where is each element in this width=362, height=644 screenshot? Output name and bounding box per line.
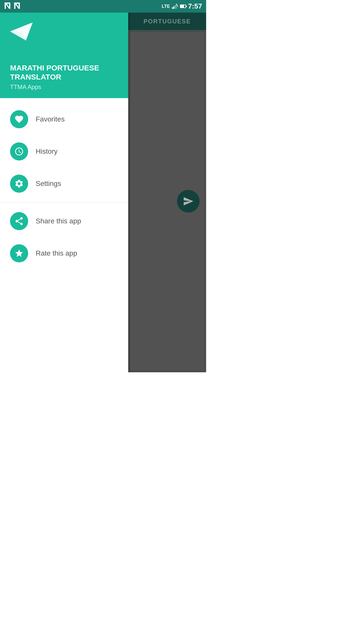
menu-divider [0, 202, 128, 203]
clock-icon [14, 147, 24, 156]
menu-item-rate[interactable]: Rate this app [0, 237, 128, 269]
status-bar-left [4, 3, 21, 10]
history-label: History [36, 147, 58, 155]
status-bar: LTE 7:57 [0, 0, 206, 13]
lte-indicator: LTE [162, 4, 170, 9]
svg-rect-10 [174, 5, 175, 9]
status-bar-right: LTE 7:57 [162, 2, 202, 10]
menu-item-favorites[interactable]: Favorites [0, 103, 128, 135]
notification-icon-1 [4, 3, 12, 10]
favorites-icon-circle [10, 110, 28, 128]
settings-label: Settings [36, 180, 61, 188]
menu-item-share[interactable]: Share this app [0, 205, 128, 237]
menu-item-settings[interactable]: Settings [0, 168, 128, 200]
rate-icon-circle [10, 244, 28, 262]
svg-rect-8 [172, 7, 173, 9]
drawer-header: MARATHI PORTUGUESE TRANSLATOR TTMA Apps [0, 13, 128, 98]
menu-item-history[interactable]: History [0, 135, 128, 168]
rate-label: Rate this app [36, 249, 77, 257]
app-name: MARATHI PORTUGUESE TRANSLATOR [10, 63, 121, 82]
drawer-menu: Favorites History Settings [0, 98, 128, 274]
svg-rect-5 [14, 3, 19, 4]
app-container: MARATHI PORTUGUESE TRANSLATOR TTMA Apps … [0, 13, 206, 372]
drawer-overlay[interactable] [128, 13, 206, 372]
favorites-label: Favorites [36, 115, 65, 123]
share-label: Share this app [36, 217, 81, 225]
svg-rect-9 [173, 6, 174, 9]
share-icon-circle [10, 212, 28, 230]
gear-icon [14, 179, 24, 188]
notification-icon-2 [14, 3, 21, 10]
app-logo [10, 20, 33, 43]
heart-icon [14, 114, 24, 124]
app-author: TTMA Apps [10, 84, 121, 91]
svg-rect-3 [9, 3, 10, 9]
star-icon [14, 249, 24, 258]
share-icon [14, 216, 24, 226]
signal-icon [172, 4, 178, 9]
navigation-drawer: MARATHI PORTUGUESE TRANSLATOR TTMA Apps … [0, 13, 128, 372]
svg-rect-1 [5, 3, 10, 4]
settings-icon-circle [10, 175, 28, 193]
battery-icon [180, 5, 186, 8]
status-time: 7:57 [188, 2, 202, 10]
history-icon-circle [10, 142, 28, 160]
svg-rect-7 [19, 3, 20, 9]
